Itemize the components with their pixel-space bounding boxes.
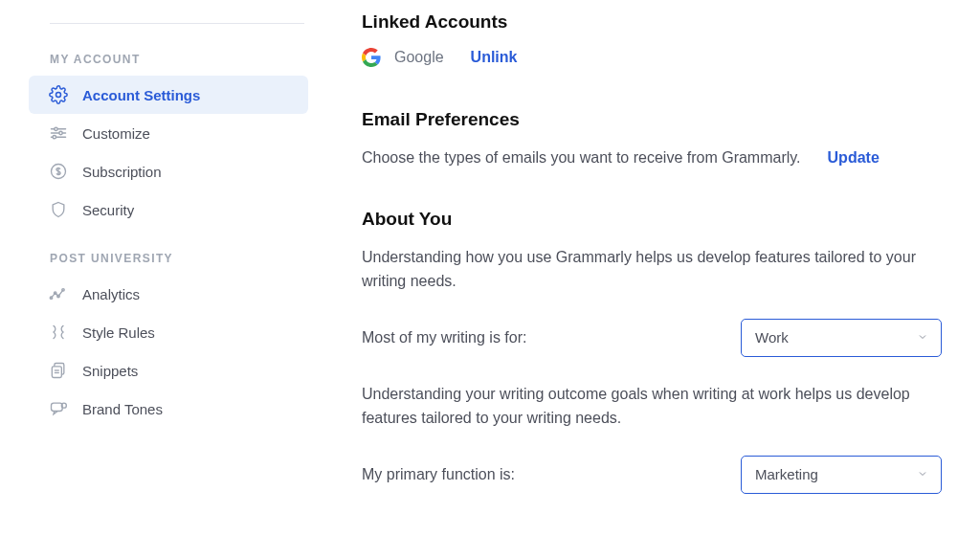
sidebar-item-customize[interactable]: Customize (29, 114, 308, 152)
sidebar-item-label: Brand Tones (82, 401, 297, 417)
analytics-icon (48, 283, 69, 304)
primary-function-select[interactable]: Marketing (741, 456, 942, 494)
writing-for-row: Most of my writing is for: Work (362, 319, 942, 357)
linked-accounts-heading: Linked Accounts (362, 11, 942, 33)
primary-function-row: My primary function is: Marketing (362, 456, 942, 494)
about-you-desc-1: Understanding how you use Grammarly help… (362, 245, 942, 294)
sidebar-item-brand-tones[interactable]: Brand Tones (29, 390, 308, 428)
svg-rect-13 (52, 367, 61, 378)
gear-icon (48, 84, 69, 105)
sliders-icon (48, 123, 69, 144)
primary-function-label: My primary function is: (362, 462, 515, 487)
writing-for-select[interactable]: Work (741, 319, 942, 357)
sidebar-item-label: Snippets (82, 363, 297, 379)
sidebar-item-security[interactable]: Security (29, 190, 308, 229)
sidebar-item-account-settings[interactable]: Account Settings (29, 76, 308, 114)
email-preferences-row: Choose the types of emails you want to r… (362, 145, 942, 170)
sidebar-item-label: Customize (82, 125, 297, 142)
svg-point-4 (59, 131, 62, 134)
sidebar-item-label: Analytics (82, 286, 297, 302)
dollar-icon (48, 161, 69, 182)
linked-provider-name: Google (394, 49, 444, 66)
writing-for-label: Most of my writing is for: (362, 325, 526, 350)
about-you-heading: About You (362, 209, 942, 230)
main-content: Linked Accounts Google Unlink Email Pref… (325, 0, 980, 558)
sidebar-item-analytics[interactable]: Analytics (29, 275, 308, 313)
about-you-desc-2: Understanding your writing outcome goals… (362, 382, 942, 431)
writing-for-select-wrap: Work (741, 319, 942, 357)
linked-account-row: Google Unlink (362, 48, 942, 67)
primary-function-select-wrap: Marketing (741, 456, 942, 494)
sidebar-divider (50, 23, 304, 24)
unlink-button[interactable]: Unlink (471, 49, 518, 66)
sidebar-item-label: Subscription (82, 164, 297, 180)
shield-icon (48, 199, 69, 220)
svg-point-0 (56, 93, 61, 98)
style-rules-icon (48, 322, 69, 343)
sidebar: MY ACCOUNT Account Settings Customize (0, 0, 325, 558)
svg-rect-16 (52, 403, 63, 411)
sidebar-item-label: Style Rules (82, 324, 297, 341)
snippets-icon (48, 360, 69, 381)
sidebar-item-label: Security (82, 202, 297, 218)
email-preferences-heading: Email Preferences (362, 109, 942, 130)
sidebar-section-my-account: MY ACCOUNT (29, 43, 325, 76)
sidebar-item-snippets[interactable]: Snippets (29, 351, 308, 390)
email-preferences-desc: Choose the types of emails you want to r… (362, 145, 801, 170)
brand-tones-icon (48, 398, 69, 419)
svg-point-2 (55, 127, 57, 130)
google-logo-icon (362, 48, 381, 67)
sidebar-section-post-university: POST UNIVERSITY (29, 242, 325, 275)
update-button[interactable]: Update (828, 149, 880, 167)
svg-point-6 (53, 136, 56, 139)
sidebar-item-label: Account Settings (82, 87, 297, 103)
sidebar-item-style-rules[interactable]: Style Rules (29, 313, 308, 351)
sidebar-item-subscription[interactable]: Subscription (29, 152, 308, 190)
